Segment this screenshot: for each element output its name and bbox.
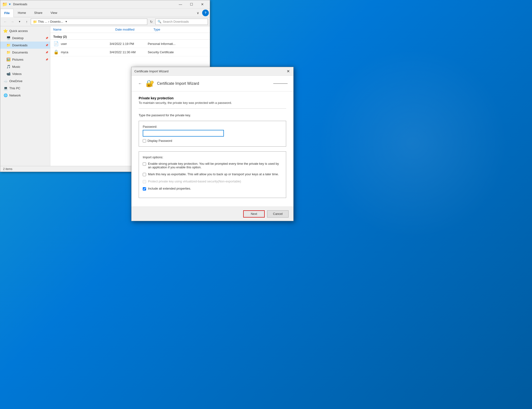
sidebar-item-network[interactable]: 🌐 Network [0, 92, 50, 99]
sidebar-item-quick-access[interactable]: ⭐ Quick access [0, 27, 50, 34]
breadcrumb-dropdown-icon[interactable]: ▼ [65, 20, 68, 23]
import-option-row-1: Mark this key as exportable. This will a… [143, 172, 282, 176]
back-button[interactable]: ← [2, 19, 8, 25]
import-option-checkbox-0[interactable] [143, 162, 146, 166]
wizard-footer: Next Cancel [131, 206, 293, 221]
wizard-dialog: Certificate Import Wizard ✕ ← 🔐 Certific… [131, 67, 294, 221]
col-type-header[interactable]: Type [154, 28, 196, 31]
search-placeholder: Search Downloads [163, 20, 189, 23]
wizard-close-button[interactable]: ✕ [285, 68, 291, 75]
sidebar-label-desktop: Desktop [12, 36, 24, 40]
tab-file[interactable]: File [0, 9, 14, 17]
import-options-label: Import options: [143, 155, 282, 159]
sidebar-item-music[interactable]: 🎵 Music [0, 63, 50, 70]
minimize-button[interactable]: — [175, 0, 186, 9]
table-row[interactable]: 📄 user 3/4/2022 1:19 PM Personal Informa… [50, 40, 210, 48]
group-today-header: Today (2) [50, 33, 210, 40]
display-password-label[interactable]: Display Password [147, 139, 172, 142]
pin-downloads-icon: 📌 [45, 44, 48, 46]
wizard-title-bar: Certificate Import Wizard ✕ [131, 67, 293, 76]
breadcrumb-this[interactable]: This ... [38, 20, 47, 23]
forward-button[interactable]: → [9, 19, 16, 25]
down-arrow-icon[interactable]: ▼ [8, 3, 11, 6]
refresh-button[interactable]: ↻ [148, 19, 155, 25]
sidebar-label-music: Music [12, 65, 20, 68]
display-password-checkbox[interactable] [143, 139, 146, 142]
sidebar-item-documents[interactable]: 📁 Documents 📌 [0, 49, 50, 56]
tab-view[interactable]: View [46, 9, 61, 17]
address-path[interactable]: 📁 This ... › Downlo... ▼ [31, 19, 147, 25]
sidebar-label-network: Network [9, 93, 21, 97]
file-icon-myca: 🔒 [53, 49, 59, 55]
import-option-label-2: Protect private key using virtualized-ba… [148, 180, 241, 183]
sidebar: ⭐ Quick access 🖥️ Desktop 📌 📁 Downloads … [0, 26, 50, 166]
file-list-header: Name Date modified Type [50, 26, 210, 33]
file-label-myca: myca [61, 50, 68, 54]
title-bar: 📁 ▼ Downloads — ☐ ✕ [0, 0, 210, 9]
wizard-body: Private key protection To maintain secur… [131, 92, 293, 206]
import-option-checkbox-3[interactable] [143, 187, 146, 191]
search-box[interactable]: 🔍 Search Downloads [155, 19, 208, 25]
file-label-user: user [61, 42, 67, 46]
password-label: Password: [143, 125, 282, 129]
file-date-user: 3/4/2022 1:19 PM [110, 42, 148, 46]
sidebar-item-desktop[interactable]: 🖥️ Desktop 📌 [0, 34, 50, 42]
breadcrumb-sep: › [48, 20, 49, 23]
display-password-row: Display Password [143, 139, 282, 142]
onedrive-icon: ☁️ [3, 79, 8, 83]
wizard-cert-icon: 🔐 [146, 80, 154, 87]
help-icon[interactable]: ? [202, 9, 209, 16]
ribbon-collapse-icon[interactable]: ∨ [194, 9, 201, 16]
import-option-checkbox-1[interactable] [143, 173, 146, 176]
col-name-header[interactable]: Name [53, 28, 115, 31]
pin-icon: 📌 [45, 37, 48, 39]
next-button[interactable]: Next [243, 210, 265, 217]
import-option-label-1[interactable]: Mark this key as exportable. This will a… [148, 172, 279, 176]
import-option-row-2: Protect private key using virtualized-ba… [143, 180, 282, 183]
wizard-prompt: Type the password for the private key. [139, 113, 286, 117]
pictures-icon: 🖼️ [6, 57, 11, 62]
network-icon: 🌐 [3, 93, 8, 98]
wizard-header-line [273, 83, 288, 84]
ribbon-tabs: File Home Share View ∨ ? [0, 9, 210, 17]
wizard-header-title: Certificate Import Wizard [157, 81, 199, 86]
recent-locations-button[interactable]: ▼ [17, 19, 23, 25]
wizard-back-button[interactable]: ← [137, 81, 143, 87]
close-button[interactable]: ✕ [197, 0, 208, 9]
wizard-header: ← 🔐 Certificate Import Wizard [131, 76, 293, 92]
ribbon: File Home Share View ∨ ? [0, 9, 210, 17]
videos-icon: 📹 [6, 71, 11, 76]
sidebar-label-documents: Documents [12, 51, 28, 54]
cancel-button[interactable]: Cancel [267, 210, 289, 217]
pin-pictures-icon: 📌 [45, 58, 48, 61]
sidebar-label-downloads: Downloads [12, 43, 28, 47]
sidebar-item-pictures[interactable]: 🖼️ Pictures 📌 [0, 56, 50, 63]
sidebar-item-this-pc[interactable]: 💻 This PC [0, 84, 50, 92]
desktop-background [317, 48, 508, 239]
item-count: 2 items [3, 167, 12, 171]
maximize-button[interactable]: ☐ [186, 0, 197, 9]
sidebar-label-pictures: Pictures [12, 58, 23, 61]
up-button[interactable]: ↑ [24, 19, 30, 25]
col-date-header[interactable]: Date modified [115, 28, 154, 31]
table-row[interactable]: 🔒 myca 3/4/2022 11:30 AM Security Certif… [50, 48, 210, 56]
sidebar-item-videos[interactable]: 📹 Videos [0, 70, 50, 77]
file-name-user: 📄 user [53, 41, 110, 46]
folder-icon: 📁 [2, 2, 7, 7]
breadcrumb-icon: 📁 [33, 20, 37, 24]
import-option-label-3[interactable]: Include all extended properties. [148, 187, 191, 190]
address-bar: ← → ▼ ↑ 📁 This ... › Downlo... ▼ ↻ 🔍 Sea… [0, 17, 210, 26]
import-options-group: Import options: Enable strong private ke… [139, 151, 286, 198]
tab-home[interactable]: Home [14, 9, 30, 17]
sidebar-item-onedrive[interactable]: ☁️ OneDrive [0, 77, 50, 84]
sidebar-label-onedrive: OneDrive [9, 79, 22, 83]
breadcrumb-downloads[interactable]: Downlo... [50, 20, 63, 23]
title-bar-quicklaunch: 📁 ▼ [2, 2, 11, 7]
tab-share[interactable]: Share [30, 9, 46, 17]
explorer-title: Downloads [13, 3, 175, 6]
search-icon: 🔍 [157, 20, 161, 23]
documents-icon: 📁 [6, 50, 11, 55]
password-input[interactable] [143, 130, 224, 137]
import-option-label-0[interactable]: Enable strong private key protection. Yo… [148, 162, 282, 169]
sidebar-item-downloads[interactable]: 📁 Downloads 📌 [0, 42, 50, 49]
